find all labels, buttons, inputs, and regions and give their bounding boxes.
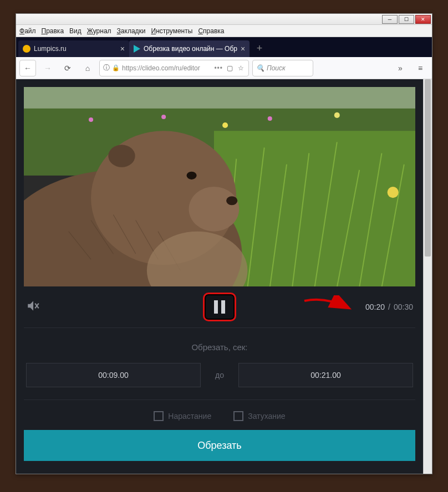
fade-in-label: Нарастание — [168, 412, 211, 421]
forward-button[interactable]: → — [39, 60, 56, 76]
trim-to-input[interactable] — [238, 363, 413, 387]
trim-label: Обрезать, сек: — [24, 342, 415, 352]
maximize-button[interactable]: ☐ — [399, 15, 414, 24]
tab-close-icon[interactable]: × — [120, 44, 125, 53]
lock-icon: 🔒 — [112, 64, 120, 71]
current-time: 00:20 — [365, 303, 385, 311]
menu-bar: Файл Правка Вид Журнал Закладки Инструме… — [16, 25, 432, 37]
trim-section: Обрезать, сек: до — [24, 327, 415, 399]
pause-button[interactable] — [203, 293, 236, 321]
tab-clideo[interactable]: Обрезка видео онлайн — Обр × — [129, 40, 250, 57]
tab-strip: Lumpics.ru × Обрезка видео онлайн — Обр … — [16, 37, 432, 57]
menu-history[interactable]: Журнал — [87, 27, 111, 35]
checkbox-icon — [154, 411, 164, 421]
tab-label: Lumpics.ru — [34, 45, 117, 53]
navigation-toolbar: ← → ⟳ ⌂ ⓘ 🔒 https://clideo.com/ru/editor… — [16, 57, 432, 79]
url-bar[interactable]: ⓘ 🔒 https://clideo.com/ru/editor ••• ▢ ☆ — [99, 60, 249, 76]
video-controls: 00:20 / 00:30 — [24, 286, 415, 327]
vertical-scrollbar[interactable] — [423, 79, 432, 474]
total-time: 00:30 — [394, 303, 413, 311]
url-text: https://clideo.com/ru/editor — [122, 64, 212, 72]
svg-point-21 — [186, 172, 196, 180]
pause-bar-icon — [214, 300, 218, 314]
window-titlebar: ─ ☐ ✕ — [16, 14, 432, 25]
minimize-button[interactable]: ─ — [382, 15, 398, 24]
favicon-lumpics-icon — [23, 45, 30, 53]
svg-point-12 — [161, 115, 166, 119]
svg-point-11 — [89, 117, 93, 122]
hamburger-menu-button[interactable]: ≡ — [412, 60, 429, 76]
trim-from-input[interactable] — [26, 363, 201, 387]
search-icon: 🔍 — [256, 64, 264, 72]
pause-bar-icon — [221, 300, 225, 314]
svg-point-15 — [388, 187, 399, 198]
content-area: 00:20 / 00:30 Обрезать, сек: до Нарастан… — [16, 79, 432, 474]
menu-help[interactable]: Справка — [198, 27, 224, 35]
mute-icon[interactable] — [26, 299, 40, 315]
scrollbar-thumb[interactable] — [425, 79, 431, 257]
svg-point-20 — [226, 196, 237, 205]
tab-label: Обрезка видео онлайн — Обр — [144, 45, 237, 53]
svg-point-14 — [334, 112, 340, 118]
fade-section: Нарастание Затухание — [24, 399, 415, 427]
svg-point-13 — [268, 116, 272, 121]
search-placeholder: Поиск — [267, 64, 286, 72]
trim-to-label: до — [208, 371, 231, 380]
cut-button-label: Обрезать — [197, 440, 241, 452]
menu-tools[interactable]: Инструменты — [151, 27, 193, 35]
menu-bookmarks[interactable]: Закладки — [117, 27, 146, 35]
page-body: 00:20 / 00:30 Обрезать, сек: до Нарастан… — [16, 79, 423, 474]
overflow-button[interactable]: » — [392, 60, 409, 76]
home-button[interactable]: ⌂ — [79, 60, 96, 76]
svg-point-22 — [108, 145, 135, 167]
bookmark-star-icon[interactable]: ☆ — [236, 64, 245, 72]
fade-out-label: Затухание — [248, 412, 285, 421]
new-tab-button[interactable]: + — [252, 40, 267, 56]
page-actions-icon[interactable]: ••• — [214, 64, 223, 72]
fade-out-checkbox[interactable]: Затухание — [233, 411, 285, 421]
menu-view[interactable]: Вид — [69, 27, 82, 35]
cut-button[interactable]: Обрезать — [24, 430, 415, 461]
menu-file[interactable]: Файл — [19, 27, 36, 35]
close-window-button[interactable]: ✕ — [415, 15, 431, 24]
search-bar[interactable]: 🔍 Поиск — [252, 60, 313, 76]
time-display: 00:20 / 00:30 — [365, 303, 413, 311]
reader-icon[interactable]: ▢ — [225, 64, 234, 72]
annotation-arrow-icon — [303, 295, 353, 317]
tab-close-icon[interactable]: × — [241, 44, 245, 53]
menu-edit[interactable]: Правка — [42, 27, 64, 35]
fade-in-checkbox[interactable]: Нарастание — [154, 411, 211, 421]
svg-point-16 — [222, 122, 228, 128]
info-icon[interactable]: ⓘ — [103, 63, 110, 73]
svg-point-19 — [189, 187, 240, 232]
checkbox-icon — [233, 411, 243, 421]
favicon-clideo-icon — [134, 45, 140, 53]
video-preview[interactable] — [24, 87, 415, 286]
reload-button[interactable]: ⟳ — [59, 60, 76, 76]
back-button[interactable]: ← — [19, 60, 36, 76]
browser-window: ─ ☐ ✕ Файл Правка Вид Журнал Закладки Ин… — [16, 13, 432, 474]
tab-lumpics[interactable]: Lumpics.ru × — [18, 40, 129, 57]
